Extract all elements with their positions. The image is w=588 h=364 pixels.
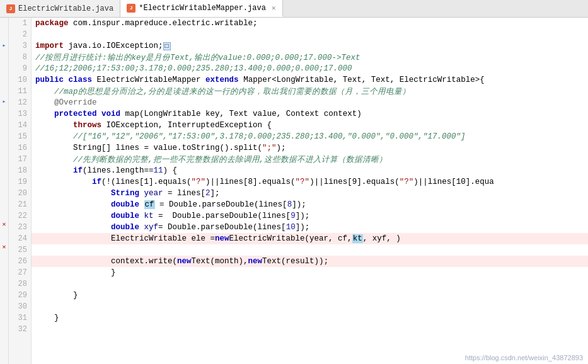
code-content[interactable]: package com.inspur.mapreduce.electric.wr… (32, 18, 588, 364)
line-num-12: 12 (9, 97, 31, 108)
code-line-8: //按照月进行统计:输出的key是月份Text,输出的value:0.000;0… (32, 52, 588, 63)
code-line-16: String[] lines = value.toString().split(… (32, 142, 588, 154)
gutter-2 (0, 29, 8, 40)
code-line-25 (32, 244, 588, 256)
left-gutter: ▸ ▸ ✕ ✕ (0, 18, 9, 364)
gutter-29 (0, 353, 8, 364)
line-num-23: 23 (9, 222, 31, 233)
line-num-17: 17 (9, 154, 31, 165)
gutter-3: ▸ (0, 40, 8, 51)
line-num-21: 21 (9, 199, 31, 210)
gutter-23 (0, 286, 8, 297)
code-line-18: if(lines.length==11) { (32, 165, 588, 176)
gutter-error-26: ✕ (0, 241, 8, 253)
code-line-20: String year = lines[2]; (32, 188, 588, 199)
line-num-10: 10 (9, 74, 31, 86)
gutter-20 (0, 252, 8, 263)
code-line-14: throws IOException, InterruptedException… (32, 120, 588, 131)
line-num-24: 24 (9, 233, 31, 244)
gutter-8: ▸ (0, 96, 8, 107)
code-lines: package com.inspur.mapreduce.electric.wr… (32, 18, 588, 335)
line-num-3: 3 (9, 40, 31, 52)
gutter-18 (0, 207, 8, 219)
code-line-13: protected void map(LongWritable key, Tex… (32, 108, 588, 120)
line-num-28: 28 (9, 278, 31, 290)
gutter-1 (0, 18, 8, 29)
code-line-32 (32, 324, 588, 335)
code-line-2 (32, 29, 588, 40)
line-num-11: 11 (9, 86, 31, 97)
line-num-32: 32 (9, 324, 31, 335)
gutter-12 (0, 140, 8, 152)
gutter-19 (0, 230, 8, 241)
gutter-error-24: ✕ (0, 219, 8, 230)
gutter-27 (0, 331, 8, 342)
gutter-7 (0, 84, 8, 96)
line-num-25: 25 (9, 244, 31, 256)
editor-container: J ElectricWritable.java J *ElectricWrita… (0, 0, 588, 364)
line-num-8: 8 (9, 52, 31, 63)
line-num-13: 13 (9, 108, 31, 120)
code-line-1: package com.inspur.mapreduce.electric.wr… (32, 18, 588, 29)
fold-icon-12[interactable]: ▸ (2, 98, 6, 105)
code-line-21: double cf = Double.parseDouble(lines[8])… (32, 199, 588, 210)
gutter-14 (0, 163, 8, 174)
gutter-28 (0, 341, 8, 353)
code-line-17: //先判断数据的完整,把一些不完整数据的去除调用,这些数据不进入计算（数据清晰） (32, 154, 588, 165)
line-num-16: 16 (9, 142, 31, 154)
code-area: ▸ ▸ ✕ ✕ (0, 18, 588, 364)
gutter-6 (0, 74, 8, 85)
gutter-13 (0, 152, 8, 163)
line-num-1: 1 (9, 18, 31, 29)
code-line-3: import java.io.IOException;□ (32, 40, 588, 52)
code-line-24: ElectricWritable ele = new ElectricWrita… (32, 233, 588, 244)
gutter-21 (0, 263, 8, 275)
tab-label-1: ElectricWritable.java (18, 4, 113, 13)
line-num-14: 14 (9, 120, 31, 131)
line-num-26: 26 (9, 256, 31, 267)
java-icon: J (6, 4, 15, 13)
gutter-26 (0, 319, 8, 331)
code-line-30 (32, 301, 588, 312)
code-line-22: double kt = Double.parseDouble(lines[9])… (32, 210, 588, 222)
code-line-10: public class ElectricWritableMapper exte… (32, 74, 588, 86)
line-num-20: 20 (9, 188, 31, 199)
tab-bar: J ElectricWritable.java J *ElectricWrita… (0, 0, 588, 18)
line-num-27: 27 (9, 267, 31, 278)
code-line-9: //16;12;2006;17:53:00;3.178;0.000;235.28… (32, 63, 588, 74)
gutter-24 (0, 297, 8, 308)
line-numbers: 1 2 3 8 9 10 11 12 13 14 15 16 17 18 19 … (9, 18, 32, 364)
code-line-28 (32, 278, 588, 290)
line-num-9: 9 (9, 63, 31, 74)
code-line-19: if(!(lines[1].equals("?")||lines[8].equa… (32, 176, 588, 188)
code-line-11: //map的思想是分而治之,分的是读进来的这一行的内容，取出我们需要的数据（月，… (32, 86, 588, 97)
gutter-15 (0, 174, 8, 185)
gutter-9 (0, 107, 8, 118)
line-num-2: 2 (9, 29, 31, 40)
gutter-16 (0, 185, 8, 196)
tab-label-2: *ElectricWritableMapper.java (139, 4, 266, 13)
line-num-15: 15 (9, 131, 31, 142)
gutter-5 (0, 62, 8, 74)
gutter-25 (0, 308, 8, 319)
watermark: https://blog.csdn.net/weixin_43872893 (465, 354, 583, 361)
line-num-31: 31 (9, 312, 31, 324)
tab-close-icon[interactable]: ✕ (272, 4, 276, 12)
tab-electric-writable-mapper[interactable]: J *ElectricWritableMapper.java ✕ (120, 0, 282, 17)
java-icon-2: J (127, 4, 135, 13)
gutter-10 (0, 118, 8, 130)
code-line-31: } (32, 312, 588, 324)
fold-icon-3[interactable]: ▸ (2, 42, 6, 49)
line-num-19: 19 (9, 176, 31, 188)
code-line-29: } (32, 290, 588, 301)
gutter-22 (0, 275, 8, 286)
line-num-30: 30 (9, 301, 31, 312)
gutter-11 (0, 129, 8, 140)
code-line-27: } (32, 267, 588, 278)
code-line-15: //["16","12","2006","17:53:00",3.178;0.0… (32, 131, 588, 142)
line-num-22: 22 (9, 210, 31, 222)
code-line-12: @Override (32, 97, 588, 108)
tab-electric-writable[interactable]: J ElectricWritable.java (0, 0, 120, 17)
gutter-17 (0, 196, 8, 208)
gutter-4 (0, 51, 8, 62)
